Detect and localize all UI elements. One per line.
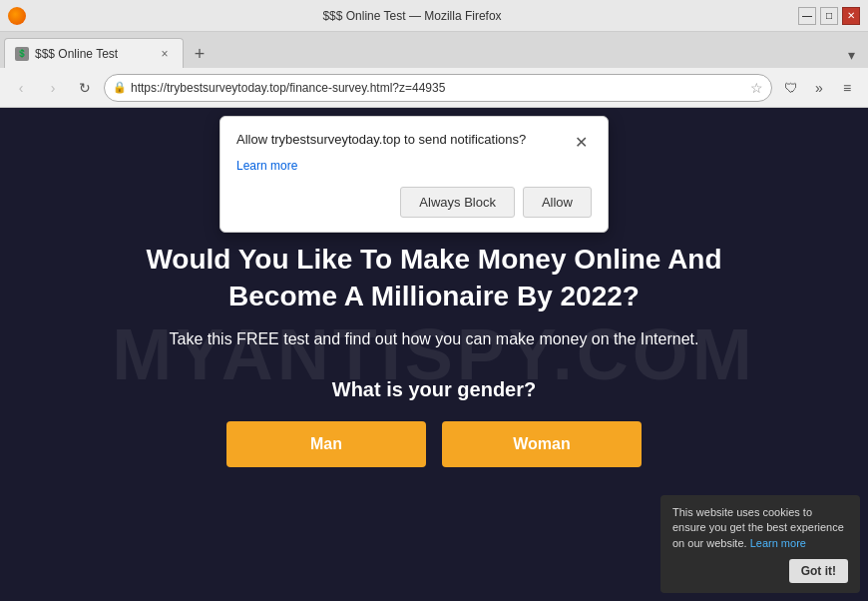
firefox-icon [8, 7, 26, 25]
reload-button[interactable]: ↻ [72, 75, 98, 101]
maximize-button[interactable]: □ [820, 7, 838, 25]
cookie-learn-more-link[interactable]: Learn more [750, 537, 806, 549]
always-block-button[interactable]: Always Block [400, 187, 515, 218]
popup-title: Allow trybestsurveytoday.top to send not… [236, 131, 526, 149]
browser-tab[interactable]: 💲 $$$ Online Test × [4, 38, 184, 68]
forward-button[interactable]: › [40, 75, 66, 101]
window-title: $$$ Online Test — Mozilla Firefox [26, 9, 798, 23]
cookie-got-it-button[interactable]: Got it! [789, 559, 848, 583]
headline: Would You Like To Make Money Online And … [106, 242, 761, 314]
menu-button[interactable]: ≡ [834, 75, 860, 101]
page-content: MYANTISPY.COM Would You Like To Make Mon… [0, 108, 868, 601]
bookmark-button[interactable]: ☆ [750, 80, 763, 96]
browser-window: $$$ Online Test — Mozilla Firefox — □ ✕ … [0, 0, 868, 601]
headline-line2: Become A Millionaire By 2022? [228, 281, 640, 311]
toolbar-right: 🛡 » ≡ [778, 75, 860, 101]
more-tools-button[interactable]: » [806, 75, 832, 101]
list-all-tabs-button[interactable]: ▾ [838, 42, 864, 68]
new-tab-button[interactable]: + [186, 40, 214, 68]
url-text: https://trybestsurveytoday.top/finance-s… [131, 81, 746, 95]
headline-line1: Would You Like To Make Money Online And [146, 244, 721, 275]
window-controls: — □ ✕ [798, 7, 860, 25]
tab-bar: 💲 $$$ Online Test × + ▾ [0, 32, 868, 68]
allow-button[interactable]: Allow [523, 187, 592, 218]
minimize-button[interactable]: — [798, 7, 816, 25]
popup-buttons: Always Block Allow [236, 187, 592, 218]
address-bar: ‹ › ↻ 🔒 https://trybestsurveytoday.top/f… [0, 68, 868, 108]
tab-title: $$$ Online Test [35, 47, 151, 61]
title-bar-left [8, 7, 26, 25]
notification-popup: Allow trybestsurveytoday.top to send not… [219, 116, 609, 233]
woman-button[interactable]: Woman [442, 421, 642, 467]
lock-icon: 🔒 [113, 81, 127, 94]
address-bar-input[interactable]: 🔒 https://trybestsurveytoday.top/finance… [104, 74, 772, 102]
gender-buttons: Man Woman [226, 421, 642, 467]
gender-question: What is your gender? [332, 378, 536, 401]
popup-close-button[interactable]: ✕ [570, 131, 592, 153]
cookie-banner: This website uses cookies to ensure you … [660, 495, 860, 593]
title-bar: $$$ Online Test — Mozilla Firefox — □ ✕ [0, 0, 868, 32]
shield-button[interactable]: 🛡 [778, 75, 804, 101]
popup-learn-more-link[interactable]: Learn more [236, 159, 592, 173]
subtext: Take this FREE test and find out how you… [130, 330, 739, 348]
popup-header: Allow trybestsurveytoday.top to send not… [236, 131, 592, 153]
man-button[interactable]: Man [226, 421, 426, 467]
tab-close-button[interactable]: × [157, 46, 173, 62]
cookie-text: This website uses cookies to ensure you … [672, 505, 848, 551]
back-button[interactable]: ‹ [8, 75, 34, 101]
tab-favicon: 💲 [15, 47, 29, 61]
close-window-button[interactable]: ✕ [842, 7, 860, 25]
